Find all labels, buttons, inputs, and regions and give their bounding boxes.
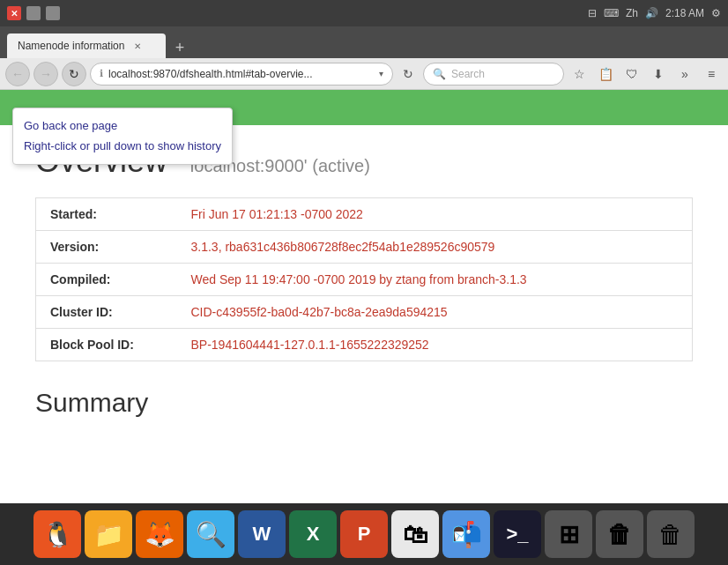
tab-close-button[interactable]: ✕ — [131, 40, 144, 52]
info-table: Started:Fri Jun 17 01:21:13 -0700 2022Ve… — [35, 197, 693, 361]
table-value: CID-c43955f2-ba0d-42b7-bc8a-2ea9da594215 — [177, 296, 693, 329]
reload-button[interactable]: ↻ — [62, 62, 86, 86]
tab-label: Namenode information — [18, 40, 124, 52]
reload-btn2[interactable]: ↻ — [397, 63, 420, 85]
menu-icon[interactable]: ≡ — [700, 63, 723, 85]
tab-bar: Namenode information ✕ + — [0, 26, 728, 58]
table-row: Started:Fri Jun 17 01:21:13 -0700 2022 — [36, 198, 693, 231]
tooltip-line1: Go back one page — [24, 115, 221, 136]
dock-item-excel[interactable]: X — [289, 510, 337, 558]
table-label: Cluster ID: — [36, 296, 177, 329]
page-body: Overview 'localhost:9000' (active) Start… — [0, 125, 728, 435]
dock-item-files2[interactable]: ⊞ — [545, 510, 592, 558]
table-row: Cluster ID:CID-c43955f2-ba0d-42b7-bc8a-2… — [36, 296, 693, 329]
search-placeholder: Search — [451, 68, 485, 80]
clipboard-icon[interactable]: 📋 — [594, 63, 617, 85]
table-row: Compiled:Wed Sep 11 19:47:00 -0700 2019 … — [36, 264, 693, 296]
dock-item-ubuntu[interactable]: 🐧 — [33, 510, 81, 558]
dock-item-files[interactable]: 📁 — [85, 510, 132, 558]
search-bar[interactable]: 🔍 Search — [423, 63, 564, 85]
table-value: BP-1941604441-127.0.1.1-1655222329252 — [177, 329, 693, 361]
url-bar[interactable]: ℹ localhost:9870/dfshealth.html#tab-over… — [90, 63, 393, 85]
summary-heading: Summary — [35, 388, 693, 418]
table-label: Started: — [36, 198, 177, 231]
table-row: Block Pool ID:BP-1941604441-127.0.1.1-16… — [36, 329, 693, 361]
tooltip-line2: Right-click or pull down to show history — [24, 136, 221, 156]
table-value: 3.1.3, rba631c436b806728f8ec2f54ab1e2895… — [177, 231, 693, 264]
taskbar: 🐧📁🦊🔍WXP🛍📬>_⊞🗑🗑 — [0, 503, 728, 565]
table-value: Wed Sep 11 19:47:00 -0700 2019 by ztang … — [177, 264, 693, 296]
maximize-button[interactable] — [46, 6, 60, 20]
dock-item-mail[interactable]: 📬 — [442, 510, 490, 558]
system-tray: ⊟ ⌨ Zh 🔊 2:18 AM ⚙ — [588, 7, 721, 19]
table-value: Fri Jun 17 01:21:13 -0700 2022 — [177, 198, 693, 231]
new-tab-button[interactable]: + — [169, 37, 190, 58]
bookmark-star-icon[interactable]: ☆ — [568, 63, 591, 85]
search-icon: 🔍 — [433, 68, 446, 80]
url-dropdown-icon[interactable]: ▾ — [379, 69, 383, 78]
back-button[interactable]: ← — [5, 62, 30, 86]
dock-item-trash[interactable]: 🗑 — [596, 510, 643, 558]
active-tab[interactable]: Namenode information ✕ — [7, 33, 166, 58]
close-button[interactable]: ✕ — [7, 6, 21, 20]
table-label: Version: — [36, 231, 177, 264]
table-label: Compiled: — [36, 264, 177, 296]
more-tools-icon[interactable]: » — [673, 63, 696, 85]
minimize-button[interactable] — [26, 6, 41, 20]
url-text: localhost:9870/dfshealth.html#tab-overvi… — [108, 68, 374, 80]
dock-item-search[interactable]: 🔍 — [187, 510, 234, 558]
dock-item-bag[interactable]: 🛍 — [391, 510, 439, 558]
back-tooltip: Go back one page Right-click or pull dow… — [12, 108, 233, 165]
shield-icon[interactable]: 🛡 — [620, 63, 643, 85]
table-label: Block Pool ID: — [36, 329, 177, 361]
dock-item-powerpoint[interactable]: P — [340, 510, 388, 558]
dock-item-trash[interactable]: 🗑 — [647, 510, 695, 558]
dock-item-firefox[interactable]: 🦊 — [136, 510, 183, 558]
table-row: Version:3.1.3, rba631c436b806728f8ec2f54… — [36, 231, 693, 264]
titlebar: ✕ ⊟ ⌨ Zh 🔊 2:18 AM ⚙ — [0, 0, 728, 26]
dock-item-terminal[interactable]: >_ — [494, 510, 541, 558]
forward-button[interactable]: → — [33, 62, 58, 86]
lock-icon: ℹ — [100, 68, 103, 79]
navigation-bar: ← → ↻ ℹ localhost:9870/dfshealth.html#ta… — [0, 58, 728, 90]
download-icon[interactable]: ⬇ — [647, 63, 670, 85]
dock-item-word[interactable]: W — [238, 510, 286, 558]
